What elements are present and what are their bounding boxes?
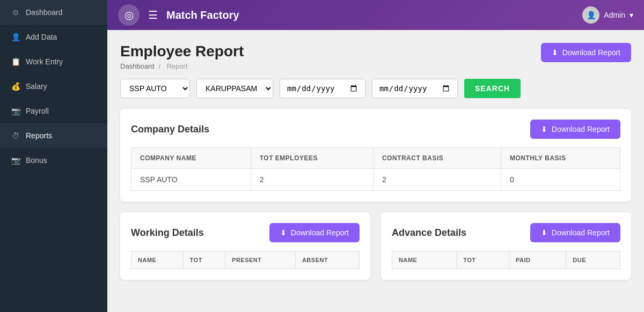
bottom-cards-row: Working Details ⬇ Download Report NAME T… <box>120 212 631 291</box>
sidebar-item-dashboard[interactable]: ⊙ Dashboard <box>0 0 107 25</box>
filters-bar: SSP AUTO KARUPPASAM SEARCH <box>120 79 631 98</box>
advance-download-button[interactable]: ⬇ Download Report <box>530 223 620 242</box>
bonus-icon: 📷 <box>11 155 20 165</box>
reports-icon: ⏱ <box>11 131 20 140</box>
menu-icon[interactable]: ☰ <box>148 9 158 21</box>
col-tot: TOT <box>457 251 509 269</box>
download-icon: ⬇ <box>541 125 547 133</box>
table-header-row: NAME TOT PAID DUE <box>392 251 620 269</box>
advance-card-header: Advance Details ⬇ Download Report <box>392 223 620 242</box>
company-card-header: Company Details ⬇ Download Report <box>131 120 620 139</box>
company-details-table: COMPANY NAME TOT EMPLOYEES CONTRACT BASI… <box>131 147 620 191</box>
user-menu[interactable]: 👤 Admin ▾ <box>582 6 633 24</box>
col-paid: PAID <box>509 251 566 269</box>
sidebar-item-label: Bonus <box>26 156 47 165</box>
col-due: DUE <box>566 251 620 269</box>
page-content: Employee Report Dashboard / Report ⬇ Dow… <box>107 30 644 312</box>
user-label: Admin <box>604 11 625 19</box>
sidebar-item-label: Work Entry <box>26 57 63 66</box>
breadcrumb-home[interactable]: Dashboard <box>120 62 155 70</box>
app-title: Match Factory <box>166 9 574 21</box>
add-data-icon: 👤 <box>11 32 20 42</box>
col-absent: ABSENT <box>295 251 359 269</box>
download-icon: ⬇ <box>552 48 558 57</box>
payroll-icon: 📷 <box>11 106 20 116</box>
download-icon: ⬇ <box>280 228 287 237</box>
employee-filter[interactable]: KARUPPASAM <box>196 79 273 98</box>
sidebar-item-bonus[interactable]: 📷 Bonus <box>0 148 107 173</box>
col-contract-basis: CONTRACT BASIS <box>373 148 501 169</box>
header-download-button[interactable]: ⬇ Download Report <box>541 43 631 62</box>
app-logo: ◎ <box>118 4 140 26</box>
col-company-name: COMPANY NAME <box>131 148 251 169</box>
col-present: PRESENT <box>225 251 296 269</box>
sidebar: ⊙ Dashboard 👤 Add Data 📋 Work Entry 💰 Sa… <box>0 0 107 312</box>
company-card-title: Company Details <box>131 124 209 135</box>
working-download-label: Download Report <box>291 228 349 237</box>
sidebar-item-label: Salary <box>26 82 47 91</box>
working-download-button[interactable]: ⬇ Download Report <box>269 223 360 242</box>
table-header-row: NAME TOT PRESENT ABSENT <box>131 251 360 269</box>
col-tot-employees: TOT EMPLOYEES <box>251 148 373 169</box>
sidebar-item-label: Add Data <box>26 33 57 41</box>
salary-icon: 💰 <box>11 81 20 91</box>
advance-details-table: NAME TOT PAID DUE <box>392 251 620 269</box>
breadcrumb-sep: / <box>158 62 160 70</box>
breadcrumb: Dashboard / Report <box>120 62 244 70</box>
sidebar-item-add-data[interactable]: 👤 Add Data <box>0 25 107 49</box>
sidebar-item-label: Reports <box>26 131 52 140</box>
sidebar-item-work-entry[interactable]: 📋 Work Entry <box>0 49 107 74</box>
sidebar-item-reports[interactable]: ⏱ Reports <box>0 123 107 148</box>
col-tot: TOT <box>183 251 225 269</box>
date-from-input[interactable] <box>280 79 365 98</box>
advance-download-label: Download Report <box>552 228 610 237</box>
sidebar-item-salary[interactable]: 💰 Salary <box>0 74 107 99</box>
cell-contract-basis: 2 <box>373 169 501 191</box>
company-download-label: Download Report <box>552 125 610 133</box>
topbar: ◎ ☰ Match Factory 👤 Admin ▾ <box>107 0 644 30</box>
col-monthly-basis: MONTHLY BASIS <box>501 148 620 169</box>
working-details-card: Working Details ⬇ Download Report NAME T… <box>120 212 370 280</box>
breadcrumb-current: Report <box>166 62 187 70</box>
working-card-header: Working Details ⬇ Download Report <box>131 223 360 242</box>
page-header: Employee Report Dashboard / Report ⬇ Dow… <box>120 43 631 70</box>
col-name: NAME <box>392 251 457 269</box>
advance-details-card: Advance Details ⬇ Download Report NAME T… <box>381 212 631 280</box>
cell-monthly-basis: 0 <box>501 169 620 191</box>
sidebar-item-label: Dashboard <box>26 8 63 17</box>
page-title-block: Employee Report Dashboard / Report <box>120 43 244 70</box>
header-download-label: Download Report <box>562 48 620 57</box>
sidebar-item-label: Payroll <box>26 107 49 115</box>
main-area: ◎ ☰ Match Factory 👤 Admin ▾ Employee Rep… <box>107 0 644 312</box>
company-details-card: Company Details ⬇ Download Report COMPAN… <box>120 109 631 202</box>
table-row: SSP AUTO 2 2 0 <box>131 169 620 191</box>
avatar: 👤 <box>582 6 599 24</box>
sidebar-item-payroll[interactable]: 📷 Payroll <box>0 99 107 123</box>
dashboard-icon: ⊙ <box>11 8 20 17</box>
work-entry-icon: 📋 <box>11 57 20 66</box>
page-title: Employee Report <box>120 43 244 60</box>
advance-card-title: Advance Details <box>392 227 466 239</box>
table-header-row: COMPANY NAME TOT EMPLOYEES CONTRACT BASI… <box>131 148 620 169</box>
date-to-input[interactable] <box>372 79 458 98</box>
working-card-title: Working Details <box>131 227 204 239</box>
working-details-table: NAME TOT PRESENT ABSENT <box>131 251 360 269</box>
download-icon: ⬇ <box>541 228 547 237</box>
company-download-button[interactable]: ⬇ Download Report <box>530 120 620 139</box>
search-button[interactable]: SEARCH <box>464 79 521 98</box>
user-dropdown-icon: ▾ <box>630 11 633 19</box>
col-name: NAME <box>131 251 184 269</box>
company-filter[interactable]: SSP AUTO <box>120 79 190 98</box>
cell-company-name: SSP AUTO <box>131 169 251 191</box>
cell-tot-employees: 2 <box>251 169 373 191</box>
